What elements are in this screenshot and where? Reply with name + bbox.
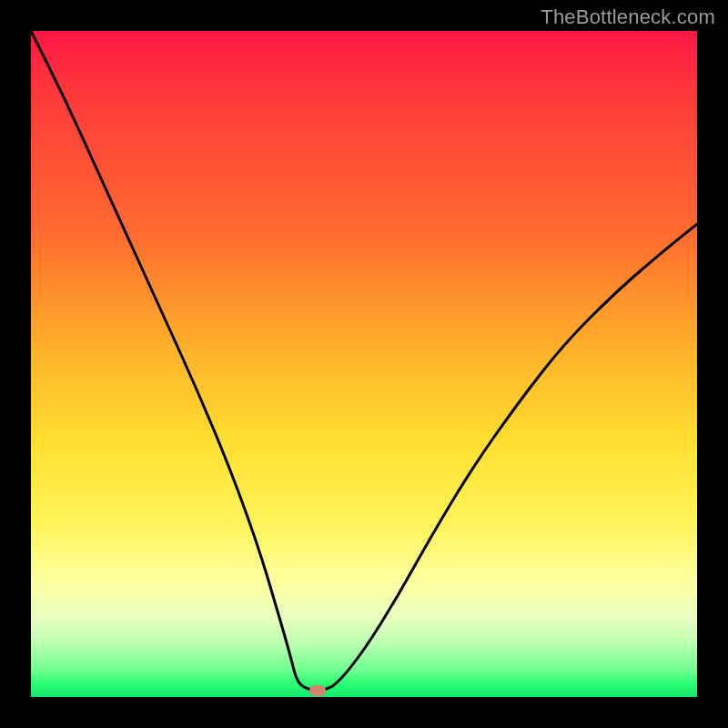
watermark-text: TheBottleneck.com xyxy=(541,5,715,29)
optimum-marker xyxy=(309,685,326,696)
chart-frame: TheBottleneck.com xyxy=(0,0,728,728)
plot-area xyxy=(31,31,697,697)
bottleneck-curve xyxy=(31,31,697,697)
